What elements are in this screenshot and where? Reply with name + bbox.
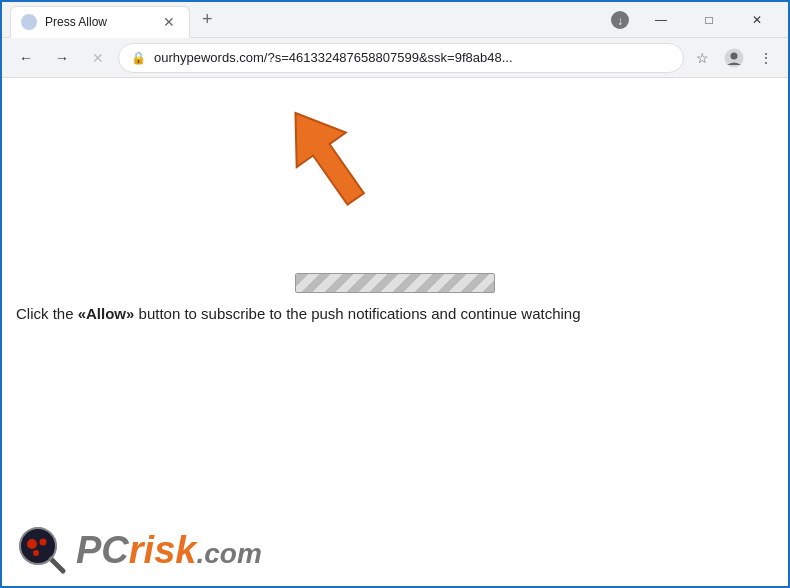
svg-point-7 — [27, 539, 37, 549]
pcrisk-logo: PCrisk.com — [16, 524, 262, 576]
url-display: ourhypewords.com/?s=461332487658807599&s… — [154, 50, 671, 65]
pcrisk-logo-icon — [16, 524, 68, 576]
pcrisk-text: PCrisk.com — [76, 529, 262, 572]
instruction-allow: «Allow» — [78, 305, 135, 322]
lock-icon: 🔒 — [131, 51, 146, 65]
risk-text: risk — [129, 529, 197, 571]
minimize-button[interactable]: — — [638, 6, 684, 34]
title-bar: Press Allow ✕ + ↓ — □ ✕ — [2, 2, 788, 38]
orange-arrow-svg — [262, 98, 392, 218]
menu-icon[interactable]: ⋮ — [752, 44, 780, 72]
dotcom-text: .com — [196, 538, 261, 569]
svg-text:↓: ↓ — [617, 14, 623, 28]
downloads-icon[interactable]: ↓ — [606, 6, 634, 34]
back-button[interactable]: ← — [10, 42, 42, 74]
svg-point-8 — [40, 539, 47, 546]
forward-button[interactable]: → — [46, 42, 78, 74]
tab-favicon — [21, 14, 37, 30]
tab-close-button[interactable]: ✕ — [159, 12, 179, 32]
bookmark-icon[interactable]: ☆ — [688, 44, 716, 72]
maximize-button[interactable]: □ — [686, 6, 732, 34]
pc-text: PC — [76, 529, 129, 571]
window-controls: — □ ✕ — [638, 6, 780, 34]
nav-bar: ← → ✕ 🔒 ourhypewords.com/?s=461332487658… — [2, 38, 788, 78]
active-tab[interactable]: Press Allow ✕ — [10, 6, 190, 38]
svg-point-9 — [33, 550, 39, 556]
close-window-button[interactable]: ✕ — [734, 6, 780, 34]
progress-area — [295, 273, 495, 293]
arrow-container — [262, 98, 392, 222]
tab-strip: Press Allow ✕ + — [10, 2, 606, 37]
tab-title: Press Allow — [45, 15, 151, 29]
reload-button[interactable]: ✕ — [82, 42, 114, 74]
svg-line-10 — [51, 559, 63, 571]
svg-marker-4 — [271, 98, 380, 216]
new-tab-button[interactable]: + — [194, 7, 221, 32]
progress-bar — [295, 273, 495, 293]
address-bar[interactable]: 🔒 ourhypewords.com/?s=461332487658807599… — [118, 43, 684, 73]
instruction-prefix: Click the — [16, 305, 78, 322]
svg-point-3 — [731, 52, 738, 59]
instruction-suffix: button to subscribe to the push notifica… — [134, 305, 580, 322]
page-content: Click the «Allow» button to subscribe to… — [2, 78, 788, 588]
profile-icon[interactable] — [720, 44, 748, 72]
instruction-text: Click the «Allow» button to subscribe to… — [16, 303, 774, 326]
